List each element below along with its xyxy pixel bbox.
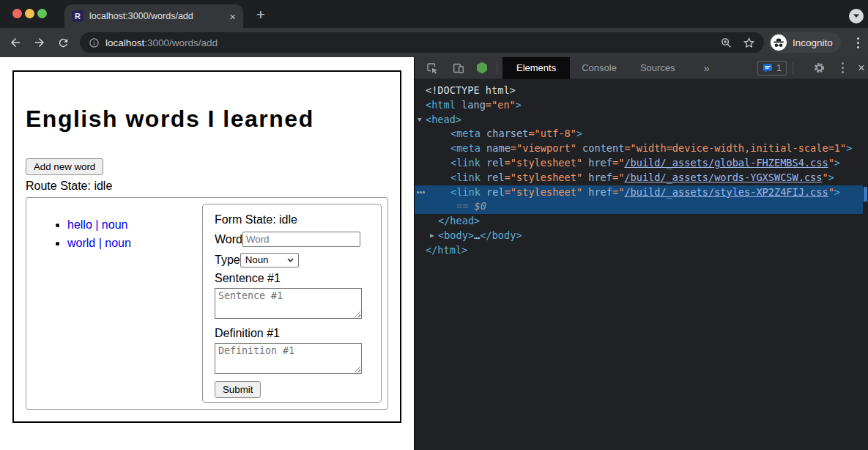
type-select[interactable]: Noun <box>240 253 299 268</box>
sentence-label: Sentence #1 <box>215 272 369 285</box>
issues-button[interactable]: 1 <box>757 61 787 75</box>
definition-label: Definition #1 <box>215 327 369 340</box>
words-panel: hello | nounworld | noun Form State: idl… <box>26 197 388 410</box>
word-link[interactable]: hello | noun <box>67 218 127 231</box>
separator <box>497 62 497 74</box>
code-line[interactable]: <meta charset="utf-8"> <box>415 127 863 141</box>
tab-console[interactable]: Console <box>570 57 628 79</box>
tab-title: localhost:3000/words/add <box>89 11 193 21</box>
issues-bubble-icon <box>763 63 773 73</box>
word-input[interactable] <box>242 232 360 247</box>
chevron-down-icon <box>853 13 860 19</box>
resize-grip-icon[interactable] <box>354 311 360 317</box>
app-container: English words I learned Add new word Rou… <box>12 70 401 423</box>
devtools-toolbar: Elements Console Sources » 1 × <box>415 57 868 79</box>
word-label: Word <box>215 233 242 246</box>
extension-hexagon-icon[interactable] <box>477 62 487 74</box>
add-new-word-button[interactable]: Add new word <box>26 158 103 175</box>
collapse-arrow-icon[interactable]: ▶ <box>430 229 434 243</box>
code-line[interactable]: <html lang="en"> <box>415 98 863 113</box>
content-area: English words I learned Add new word Rou… <box>0 57 868 450</box>
tab-strip: R localhost:3000/words/add × + <box>0 0 868 28</box>
zoom-window-button[interactable] <box>37 9 47 18</box>
word-list: hello | nounworld | noun <box>32 218 202 250</box>
window-controls <box>12 9 47 18</box>
elements-tree: <!DOCTYPE html><html lang="en">▼<head><m… <box>415 80 863 450</box>
devtools-close-icon[interactable]: × <box>858 62 865 74</box>
selected-scroll-marker <box>864 187 867 202</box>
word-list-column: hello | nounworld | noun <box>32 204 202 403</box>
add-word-form: Form State: idle Word Type Noun <box>202 204 382 403</box>
sentence-textarea[interactable]: Sentence #1 <box>215 288 362 319</box>
submit-button[interactable]: Submit <box>215 381 261 398</box>
type-label: Type <box>215 254 240 267</box>
incognito-label: Incognito <box>793 37 833 48</box>
close-tab-icon[interactable]: × <box>229 11 236 22</box>
page-title: English words I learned <box>26 106 388 133</box>
code-line[interactable]: <!DOCTYPE html> <box>415 84 863 98</box>
browser-window: R localhost:3000/words/add × + localhost… <box>0 0 868 450</box>
incognito-icon <box>771 34 787 51</box>
tab-search-button[interactable] <box>849 9 864 23</box>
forward-button[interactable] <box>33 36 46 49</box>
code-line[interactable]: ▼<head> <box>415 113 863 128</box>
settings-gear-icon[interactable] <box>814 62 825 73</box>
reload-button[interactable] <box>57 37 70 49</box>
expand-arrow-icon[interactable]: ▼ <box>418 113 421 128</box>
minimize-window-button[interactable] <box>25 9 34 18</box>
url-bar[interactable]: localhost:3000/words/add <box>80 32 764 53</box>
url-text: localhost:3000/words/add <box>105 37 218 48</box>
code-line[interactable]: <link rel="stylesheet" href="/build/_ass… <box>415 171 863 185</box>
devtools-menu-icon[interactable] <box>842 62 844 75</box>
more-actions-icon[interactable] <box>417 185 425 200</box>
device-toolbar-icon[interactable] <box>453 62 464 74</box>
word-list-item: world | noun <box>67 237 202 250</box>
devtools-panel: Elements Console Sources » 1 × <box>414 57 868 450</box>
code-line[interactable]: </head> <box>415 214 863 229</box>
incognito-badge: Incognito <box>768 32 841 53</box>
site-info-icon[interactable] <box>89 37 100 48</box>
resize-grip-icon[interactable] <box>354 366 360 372</box>
scroll-marker-strip <box>863 80 868 450</box>
word-list-item: hello | noun <box>67 218 202 232</box>
browser-tab[interactable]: R localhost:3000/words/add × <box>64 4 243 28</box>
bookmark-star-icon[interactable] <box>743 37 755 49</box>
new-tab-button[interactable]: + <box>252 6 270 23</box>
back-button[interactable] <box>9 36 22 49</box>
web-page: English words I learned Add new word Rou… <box>0 57 414 450</box>
tab-elements[interactable]: Elements <box>502 57 570 79</box>
code-line[interactable]: <link rel="stylesheet" href="/build/_ass… <box>415 156 863 171</box>
issues-count: 1 <box>776 63 782 73</box>
zoom-icon[interactable] <box>720 37 732 49</box>
inspect-element-icon[interactable] <box>426 62 438 74</box>
definition-textarea[interactable]: Definition #1 <box>215 343 362 374</box>
form-state-text: Form State: idle <box>215 213 369 226</box>
chevron-down-icon <box>287 258 294 262</box>
remix-favicon-icon: R <box>72 10 84 22</box>
separator <box>793 62 793 74</box>
code-line[interactable]: <meta name="viewport" content="width=dev… <box>415 141 863 156</box>
code-line[interactable]: </html> <box>415 243 863 258</box>
browser-menu-icon[interactable] <box>857 36 859 49</box>
route-state-text: Route State: idle <box>26 180 388 193</box>
word-link[interactable]: world | noun <box>67 237 131 249</box>
browser-toolbar: localhost:3000/words/add Incognito <box>0 28 868 57</box>
type-select-value: Noun <box>245 254 269 265</box>
close-window-button[interactable] <box>12 9 22 18</box>
code-line[interactable]: <link rel="stylesheet" href="/build/_ass… <box>415 185 863 200</box>
code-line[interactable]: == $0 <box>415 199 863 214</box>
more-tabs-icon[interactable]: » <box>704 62 710 74</box>
tab-sources[interactable]: Sources <box>628 57 687 79</box>
code-line[interactable]: ▶<body>…</body> <box>415 229 863 243</box>
